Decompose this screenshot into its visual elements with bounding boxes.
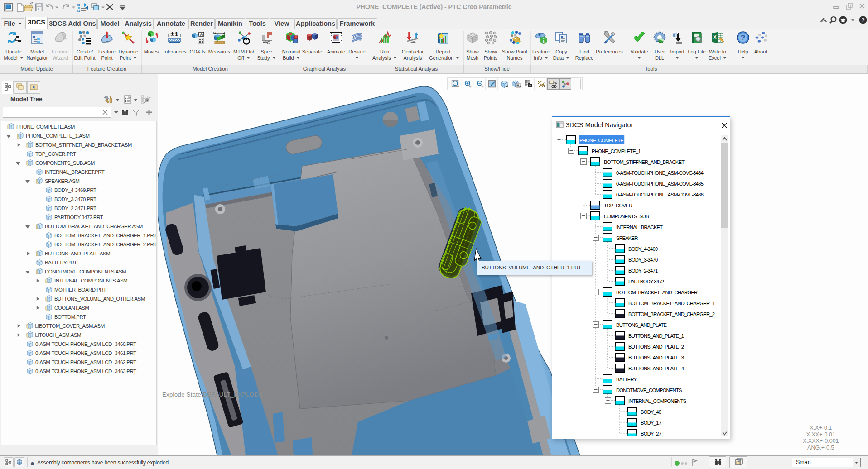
svg-text:BODY_2-3471: BODY_2-3471 (628, 268, 658, 273)
svg-text:TOP_COVER: TOP_COVER (604, 203, 632, 208)
svg-text:BODY_27: BODY_27 (641, 431, 661, 436)
svg-text:PARTBODY-3472: PARTBODY-3472 (628, 279, 664, 284)
svg-text:PHONE_COMPLETE: PHONE_COMPLETE (579, 138, 623, 143)
svg-text:BOTTOM_BRACKET_AND_CHARGER_1: BOTTOM_BRACKET_AND_CHARGER_1 (628, 301, 715, 306)
svg-text:BODY_4-3469: BODY_4-3469 (628, 246, 658, 252)
svg-text:BUTTONS_AND_PLATE: BUTTONS_AND_PLATE (616, 322, 666, 328)
svg-text:0-ASM-TOUCH-PHONE_ASM-COVE-346: 0-ASM-TOUCH-PHONE_ASM-COVE-3466 (616, 192, 704, 197)
svg-text:BOTTOM_BRACKET_AND_CHARGER_2: BOTTOM_BRACKET_AND_CHARGER_2 (628, 311, 715, 317)
svg-text:0-ASM-TOUCH-PHONE_ASM-COVE-346: 0-ASM-TOUCH-PHONE_ASM-COVE-3464 (616, 170, 704, 176)
svg-text:BODY_40: BODY_40 (641, 409, 661, 415)
svg-text:COMPONENTS_SUB: COMPONENTS_SUB (604, 214, 649, 219)
svg-text:±1: ±1 (170, 31, 178, 38)
svg-text:BUTTONS_AND_PLATE_1: BUTTONS_AND_PLATE_1 (628, 333, 684, 339)
svg-text:BODY_3-3470: BODY_3-3470 (628, 257, 658, 263)
svg-text:A: A (200, 32, 203, 37)
svg-text:BOTTOM_BRACKET_AND_CHARGER: BOTTOM_BRACKET_AND_CHARGER (616, 290, 698, 295)
svg-text:INTERNAL_BRACKET: INTERNAL_BRACKET (616, 225, 663, 230)
svg-text:BOTTOM_STIFFNER_AND_BRACKET: BOTTOM_STIFFNER_AND_BRACKET (604, 159, 685, 165)
svg-text:BODY_17: BODY_17 (641, 420, 661, 426)
svg-text:INTERNAL_COMPONENTS: INTERNAL_COMPONENTS (628, 398, 686, 404)
svg-text:BUTTONS_AND_PLATE_2: BUTTONS_AND_PLATE_2 (628, 344, 684, 349)
svg-text:BATTERY: BATTERY (616, 377, 637, 382)
svg-text:SPEAKER: SPEAKER (616, 235, 638, 241)
svg-text:DONOTMOVE_COMPONENTS: DONOTMOVE_COMPONENTS (616, 388, 682, 393)
svg-text:BUTTONS_AND_PLATE_3: BUTTONS_AND_PLATE_3 (628, 355, 684, 360)
svg-text:X: X (713, 34, 717, 40)
svg-text:?: ? (741, 34, 745, 42)
svg-text:?: ? (861, 17, 865, 24)
svg-text:0-ASM-TOUCH-PHONE_ASM-COVE-346: 0-ASM-TOUCH-PHONE_ASM-COVE-3465 (616, 181, 704, 187)
svg-text:BUTTONS_AND_PLATE_4: BUTTONS_AND_PLATE_4 (628, 366, 684, 371)
svg-text:PHONE_COMPLETE_1: PHONE_COMPLETE_1 (592, 148, 641, 154)
